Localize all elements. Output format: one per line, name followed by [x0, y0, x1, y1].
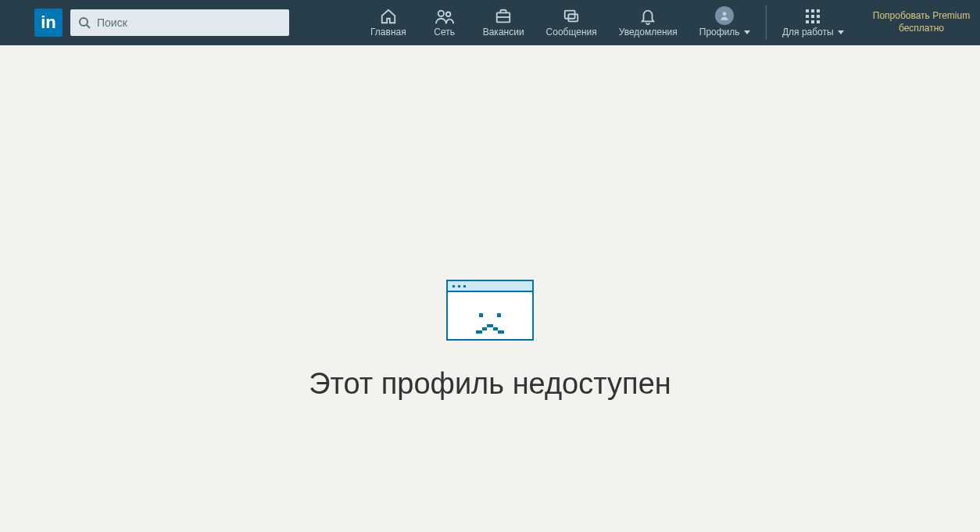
svg-rect-7	[568, 14, 578, 21]
svg-rect-9	[806, 9, 809, 12]
svg-rect-17	[817, 20, 820, 23]
nav-jobs-label: Вакансии	[483, 27, 524, 37]
nav-notifications[interactable]: Уведомления	[608, 0, 689, 45]
browser-frame-icon	[446, 280, 534, 341]
premium-cta-label: Попробовать Premium бесплатно	[863, 10, 980, 34]
nav-network[interactable]: Сеть	[417, 0, 472, 45]
error-illustration	[446, 280, 534, 341]
nav-divider	[766, 5, 767, 40]
search-input[interactable]	[70, 9, 289, 36]
svg-rect-11	[817, 9, 820, 12]
home-icon	[380, 8, 397, 25]
premium-cta[interactable]: Попробовать Premium бесплатно	[863, 0, 980, 45]
people-icon	[435, 8, 454, 25]
nav-notifications-label: Уведомления	[619, 27, 678, 37]
nav-messages-label: Сообщения	[546, 27, 597, 37]
nav-work-label: Для работы	[782, 27, 844, 37]
nav-work[interactable]: Для работы	[771, 0, 855, 45]
nav-home-label: Главная	[370, 27, 406, 37]
chevron-down-icon	[838, 30, 844, 34]
nav-network-label: Сеть	[434, 27, 455, 37]
nav-work-text: Для работы	[782, 27, 834, 37]
svg-rect-16	[811, 20, 814, 23]
svg-rect-15	[806, 20, 809, 23]
top-navigation: in Главная Сеть	[0, 0, 980, 45]
search-wrapper	[70, 9, 289, 36]
svg-point-2	[438, 10, 443, 16]
nav-jobs[interactable]: Вакансии	[472, 0, 535, 45]
svg-rect-13	[811, 15, 814, 18]
bell-icon	[639, 8, 656, 25]
nav-home[interactable]: Главная	[359, 0, 417, 45]
nav-profile-label: Профиль	[699, 27, 750, 37]
svg-point-3	[446, 12, 451, 16]
avatar	[715, 6, 734, 25]
svg-point-8	[723, 12, 727, 16]
chevron-down-icon	[744, 30, 750, 34]
main-content: Этот профиль недоступен	[0, 45, 980, 401]
primary-nav: Главная Сеть Вакансии	[359, 0, 980, 45]
error-title: Этот профиль недоступен	[309, 367, 671, 401]
briefcase-icon	[495, 8, 512, 25]
browser-bar-icon	[448, 281, 532, 292]
messages-icon	[563, 8, 580, 25]
svg-rect-12	[806, 15, 809, 18]
nav-profile[interactable]: Профиль	[689, 0, 761, 45]
svg-rect-14	[817, 15, 820, 18]
avatar-icon	[715, 8, 734, 25]
linkedin-logo[interactable]: in	[34, 9, 63, 37]
nav-profile-text: Профиль	[699, 27, 740, 37]
svg-rect-10	[811, 9, 814, 12]
nav-messages[interactable]: Сообщения	[535, 0, 608, 45]
apps-grid-icon	[805, 8, 821, 25]
